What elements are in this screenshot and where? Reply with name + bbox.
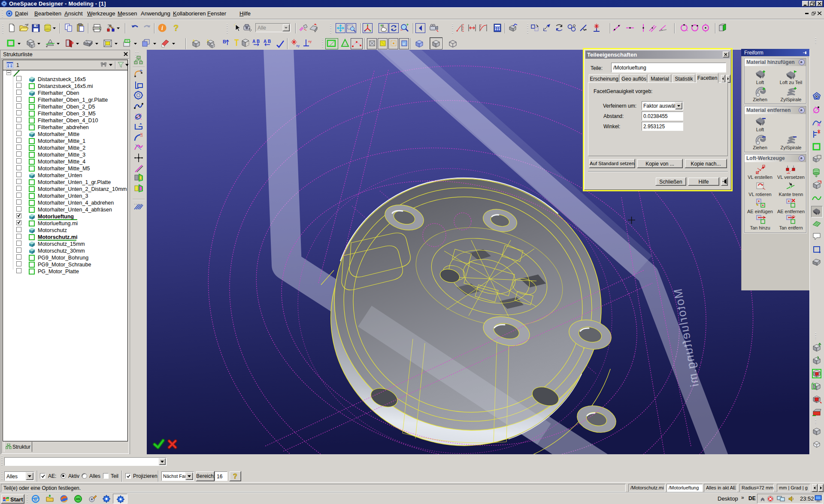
svg-text:i: i [161, 25, 163, 31]
svg-text:?: ? [233, 473, 237, 480]
svg-text:HS: HS [76, 498, 80, 501]
svg-text:xy: xy [296, 44, 300, 48]
svg-text:u: u [403, 42, 405, 46]
svg-text:B: B [223, 39, 226, 44]
svg-text:B: B [257, 39, 260, 44]
svg-text:A: A [252, 39, 255, 44]
svg-text:2: 2 [126, 39, 128, 43]
svg-text:e: e [34, 496, 37, 502]
svg-text:B: B [268, 39, 271, 44]
svg-text:?: ? [173, 23, 179, 33]
svg-text:A: A [264, 39, 267, 44]
svg-text:xy: xy [308, 39, 312, 43]
